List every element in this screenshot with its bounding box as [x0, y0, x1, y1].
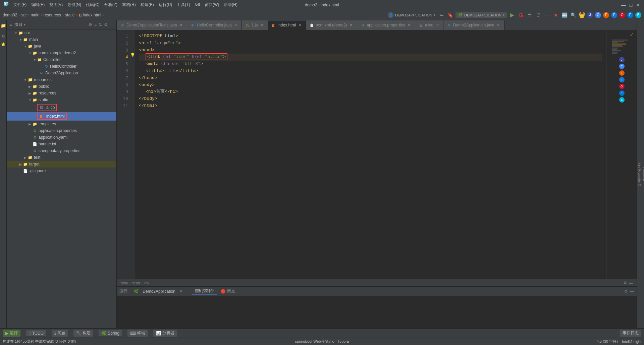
target-arrow[interactable]: ▶	[18, 162, 23, 166]
public-arrow[interactable]: ▶	[28, 85, 32, 88]
sidebar-close-icon[interactable]: —	[110, 22, 114, 27]
translate-icon[interactable]: 🔤	[561, 11, 568, 19]
resources-arrow[interactable]: ▾	[23, 78, 28, 82]
code-area[interactable]: <!DOCTYPE html> <html lang="en"> <head>	[135, 30, 606, 279]
bookmark-icon[interactable]: 🔖	[447, 11, 454, 19]
menu-nav[interactable]: 导航(N)	[65, 1, 83, 8]
minimize-button[interactable]: —	[621, 3, 626, 7]
bottom-settings-icon[interactable]: ⚙	[624, 289, 628, 294]
menu-file[interactable]: 文件(F)	[11, 1, 29, 8]
structure-tab[interactable]: ⚙	[0, 32, 7, 40]
menu-run[interactable]: 运行(U)	[157, 1, 174, 8]
key-promoter-tab[interactable]: Key Promoter X	[637, 160, 642, 189]
test-arrow[interactable]: ▶	[23, 156, 28, 159]
tree-item-public[interactable]: ▶ 📁 public	[7, 83, 116, 90]
terminal-button[interactable]: ⌨ 终端	[127, 330, 148, 337]
profile-dropdown-icon[interactable]: ▾	[434, 13, 435, 17]
tree-item-sheepprops[interactable]: ⚙ sheepbotany.properties	[7, 147, 116, 154]
tab-indexhtml[interactable]: ◧ index.html ✕	[268, 20, 306, 30]
menu-git[interactable]: Git	[193, 1, 202, 8]
stop-button[interactable]: ■	[552, 11, 559, 19]
debug-button[interactable]: 🐞	[517, 11, 525, 19]
main-arrow[interactable]: ▾	[18, 38, 23, 42]
issues-button[interactable]: ℹ 问题	[52, 330, 68, 337]
coverage-button[interactable]: ☂	[526, 11, 533, 19]
appprops-tab-close[interactable]: ✕	[407, 23, 412, 27]
sidebar-sort-icon[interactable]: ≡	[94, 22, 97, 27]
eb-opera-icon[interactable]: O	[619, 84, 625, 89]
run-toolbar-button[interactable]: ▶ 运行	[3, 330, 20, 337]
bc-static[interactable]: static	[65, 13, 74, 17]
ebc-head[interactable]: head	[131, 281, 140, 285]
tree-item-main[interactable]: ▾ 📁 main	[7, 36, 116, 43]
console-tab[interactable]: ⌨ 控制台	[192, 287, 217, 295]
search-icon[interactable]: 🔍	[570, 11, 577, 19]
bc-main[interactable]: main	[31, 13, 39, 17]
tree-item-appyaml[interactable]: ⚙ application.yaml	[7, 134, 116, 141]
resources2-arrow[interactable]: ▶	[28, 91, 32, 95]
tree-item-hellocontroller[interactable]: © HelloController	[7, 63, 116, 70]
back-icon[interactable]: ⬅	[438, 11, 445, 19]
tree-item-bannertxt[interactable]: 📄 banner.txt	[7, 141, 116, 147]
tab-hellocontroller[interactable]: © HelloController.java ✕	[187, 20, 242, 30]
aico-tab-close[interactable]: ✕	[435, 23, 440, 27]
tree-item-static[interactable]: ▾ 📁 static	[7, 96, 116, 103]
tab-pomxml[interactable]: 📋 pom.xml (demo2) ✕	[306, 20, 357, 30]
spring-button[interactable]: 🌿 Spring	[99, 330, 122, 336]
more-button[interactable]: ⋯	[543, 11, 551, 19]
tree-item-aico[interactable]: 🖼 a.ico	[7, 103, 116, 112]
ebc-html[interactable]: html	[121, 281, 128, 285]
firefox-icon[interactable]: F	[603, 12, 609, 18]
favorites-tab[interactable]: ⭐	[0, 40, 7, 48]
close-button[interactable]: ✕	[636, 3, 641, 7]
menu-view[interactable]: 视图(V)	[47, 1, 65, 8]
eb-ff-dev-icon[interactable]: F	[619, 77, 625, 82]
bc-resources[interactable]: resources	[43, 13, 61, 17]
sidebar-dropdown-icon[interactable]: ≡	[9, 22, 12, 27]
build-button[interactable]: 🔨 构建	[73, 330, 93, 337]
run-app-close[interactable]: ✕	[179, 289, 183, 294]
maximize-button[interactable]: □	[629, 3, 633, 7]
bc-src[interactable]: src	[21, 13, 26, 17]
close-icon-ebc[interactable]: —	[629, 281, 633, 285]
run-config-dropdown[interactable]: ▾	[503, 13, 504, 17]
user-icon[interactable]: 👑	[578, 11, 586, 19]
chrome-icon[interactable]: C	[595, 12, 601, 18]
sidebar-settings-icon[interactable]: ⚙	[89, 22, 92, 27]
templates-arrow[interactable]: ▶	[28, 122, 32, 126]
profile-button[interactable]: ⏱	[535, 11, 542, 19]
tree-item-resources[interactable]: ▾ 📁 resources	[7, 76, 116, 83]
planuml-tab[interactable]: PlanUML	[642, 164, 644, 184]
bc-demo02[interactable]: demo02	[3, 13, 17, 17]
eb-edge-icon[interactable]: E	[619, 90, 625, 96]
browser7-icon[interactable]: B	[635, 12, 641, 18]
bc-file[interactable]: ◧ index.html	[78, 13, 101, 17]
tree-item-controller[interactable]: ▾ 📁 Controller	[7, 56, 116, 63]
edge-icon[interactable]: E	[627, 12, 633, 18]
demo2app-tab-close[interactable]: ✕	[496, 23, 501, 27]
eb-jb-icon[interactable]: J	[619, 57, 625, 62]
menu-help[interactable]: 帮助(H)	[222, 1, 239, 8]
tree-item-appprops[interactable]: ⚙ application.properties	[7, 127, 116, 134]
tree-item-java[interactable]: ▾ 📁 java	[7, 43, 116, 50]
ebc-link[interactable]: link	[144, 281, 150, 285]
menu-code[interactable]: 代码(C)	[84, 1, 102, 8]
tree-item-indexhtml[interactable]: ◧ index.html	[7, 112, 116, 121]
tree-item-src[interactable]: ▾ 📁 src	[7, 29, 116, 36]
menu-edit[interactable]: 编辑(E)	[29, 1, 47, 8]
tree-item-demo2app[interactable]: © Demo2Application	[7, 70, 116, 76]
tree-item-resources2[interactable]: ▶ 📁 resources	[7, 90, 116, 96]
static-arrow[interactable]: ▾	[28, 98, 32, 102]
controller-arrow[interactable]: ▾	[32, 58, 37, 62]
tree-item-target[interactable]: ▶ 📁 target	[7, 161, 116, 167]
menu-analyze[interactable]: 分析(Z)	[102, 1, 119, 8]
jetbrains-browser-icon[interactable]: J	[587, 12, 593, 18]
html-tab-close[interactable]: ✕	[298, 23, 302, 27]
tree-item-templates[interactable]: ▶ 📁 templates	[7, 121, 116, 127]
tab-demo2tests[interactable]: © Demo2ApplicationTests.java ✕	[117, 20, 187, 30]
tree-item-test[interactable]: ▶ 📁 test	[7, 154, 116, 161]
sidebar-title-dropdown[interactable]: ▾	[24, 23, 25, 26]
eb-other-icon[interactable]: B	[619, 97, 625, 102]
src-arrow[interactable]: ▾	[13, 31, 18, 35]
event-log-button[interactable]: 事件日志	[620, 330, 641, 337]
